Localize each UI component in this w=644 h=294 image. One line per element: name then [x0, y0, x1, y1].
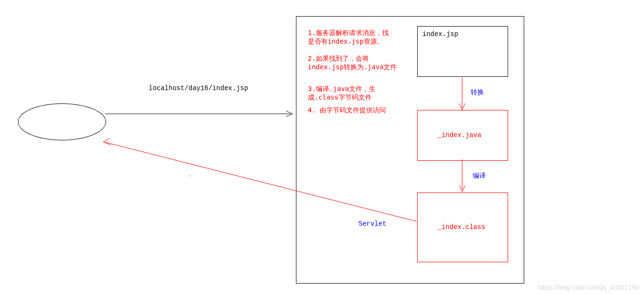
box-index-jsp-label: index.jsp [422, 30, 458, 38]
box-index-jsp: index.jsp [417, 26, 508, 77]
request-url: localhost/day16/index.jsp [149, 84, 248, 92]
box-index-class: _index.class [417, 193, 508, 262]
box-index-java-label: _index.java [438, 131, 481, 139]
step-4: 4. 由字节码文件提供访问 [308, 106, 386, 115]
step-3: 3.编译.java文件，生 成.class字节码文件 [308, 84, 376, 101]
servlet-label: Servlet [358, 220, 386, 228]
dot [189, 175, 190, 176]
watermark: https://blog.csdn.net/qq_43061290 [537, 284, 639, 291]
step-2: 2.如果找到了，会将 index.jsp转换为.java文件 [308, 54, 397, 71]
compile-label: 编译 [473, 172, 486, 180]
convert-label: 转换 [471, 88, 484, 97]
step-1: 1.服务器解析请求消息，找 是否有index.jsp资源。 [308, 28, 389, 46]
box-index-java: _index.java [417, 110, 508, 161]
diagram-root: localhost/day16/index.jsp 1.服务器解析请求消息，找 … [0, 0, 644, 294]
box-index-class-label: _index.class [438, 223, 485, 231]
client-ellipse [18, 103, 106, 140]
